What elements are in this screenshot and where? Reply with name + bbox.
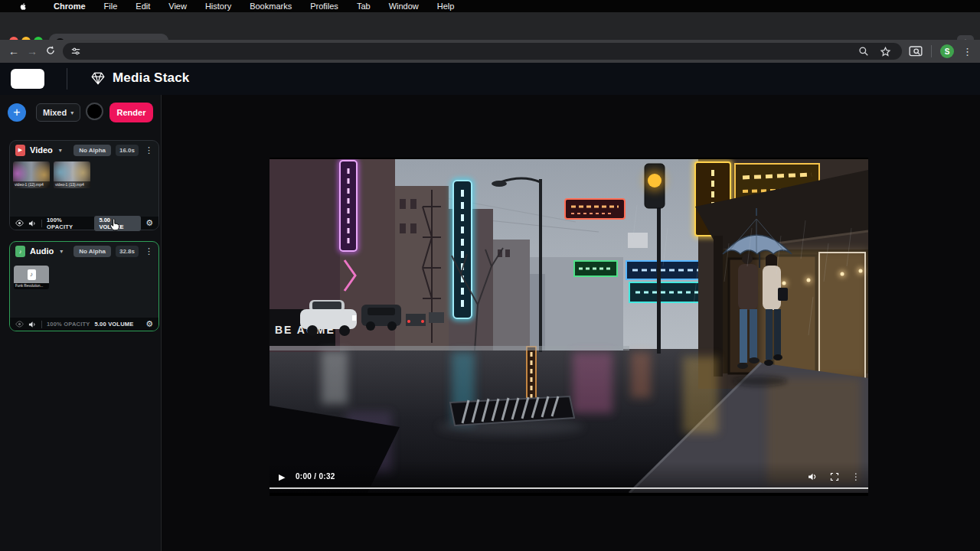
- audio-layer-panel: ♪ Audio ▾ No Alpha 32.8s ⋮ ♪ Funk Revolu…: [9, 241, 159, 331]
- video-clip-thumbnail[interactable]: video-1 (13).mp4: [54, 161, 90, 188]
- video-player[interactable]: BE AOME: [270, 158, 868, 496]
- player-progress-bar[interactable]: [270, 487, 868, 489]
- video-layer-menu-icon[interactable]: ⋮: [145, 145, 153, 155]
- video-clip-list: video-1 (12).mp4 video-1 (13).mp4: [13, 161, 90, 188]
- video-clip-thumbnail[interactable]: video-1 (12).mp4: [13, 161, 50, 188]
- menu-edit[interactable]: Edit: [126, 2, 159, 11]
- forward-icon[interactable]: →: [23, 45, 41, 57]
- add-layer-button[interactable]: +: [8, 103, 26, 122]
- render-button[interactable]: Render: [109, 103, 153, 122]
- apple-icon[interactable]: [10, 2, 37, 11]
- tune-icon[interactable]: [70, 46, 81, 57]
- audio-clip-filename: Funk Revolution...: [14, 283, 49, 289]
- player-time: 0:00 / 0:32: [296, 472, 335, 481]
- reload-icon[interactable]: [41, 45, 60, 58]
- player-menu-icon[interactable]: ⋮: [851, 471, 861, 482]
- video-clip-filename: video-1 (12).mp4: [13, 181, 50, 188]
- gem-icon: [91, 72, 105, 88]
- menu-help[interactable]: Help: [428, 2, 464, 11]
- chevron-down-icon: ▾: [70, 109, 74, 116]
- video-layer-title: Video: [30, 145, 53, 155]
- menu-history[interactable]: History: [196, 2, 240, 11]
- video-volume-value[interactable]: 5.00 VOLUME: [94, 216, 141, 231]
- visibility-eye-icon[interactable]: [15, 321, 24, 328]
- mute-speaker-icon[interactable]: [28, 321, 37, 328]
- menu-file[interactable]: File: [95, 2, 127, 11]
- audio-layer-menu-icon[interactable]: ⋮: [145, 246, 153, 256]
- audio-clip[interactable]: ♪ Funk Revolution...: [14, 266, 49, 289]
- video-clip-filename: video-1 (13).mp4: [54, 181, 90, 188]
- menu-window[interactable]: Window: [380, 2, 428, 11]
- video-frame: BE AOME: [270, 159, 868, 493]
- visibility-eye-icon[interactable]: [15, 220, 24, 227]
- search-icon[interactable]: [858, 46, 869, 57]
- audio-duration-badge: 32.8s: [116, 246, 139, 257]
- profile-avatar[interactable]: S: [940, 44, 954, 58]
- header-divider: [67, 68, 67, 90]
- layer-type-label: Mixed: [43, 108, 67, 117]
- bookmark-star-icon[interactable]: [880, 46, 891, 57]
- audio-file-icon: ♪: [15, 246, 25, 257]
- screen: Chrome File Edit View History Bookmarks …: [0, 0, 980, 551]
- macos-menubar: Chrome File Edit View History Bookmarks …: [0, 0, 980, 12]
- audio-opacity-value[interactable]: 100% OPACITY: [47, 321, 90, 328]
- menu-tab[interactable]: Tab: [348, 2, 380, 11]
- back-icon[interactable]: ←: [5, 45, 23, 57]
- video-settings-gear-icon[interactable]: ⚙: [145, 219, 153, 227]
- toolbar-divider: [931, 45, 932, 57]
- menu-bookmarks[interactable]: Bookmarks: [240, 2, 301, 11]
- chrome-toolbar: ← → S ⋮: [0, 40, 980, 63]
- video-duration-badge: 16.0s: [116, 145, 139, 156]
- audio-settings-gear-icon[interactable]: ⚙: [145, 320, 153, 328]
- address-bar[interactable]: [63, 43, 902, 60]
- layers-sidebar: + Mixed ▾ Render ▶ Video ▾ No Alpha 16.0…: [0, 95, 162, 551]
- volume-icon[interactable]: [808, 472, 818, 481]
- background-color-swatch[interactable]: [86, 103, 103, 120]
- menubar-app-name[interactable]: Chrome: [44, 2, 95, 11]
- audio-layer-title: Audio: [30, 246, 54, 256]
- layer-type-dropdown[interactable]: Mixed ▾: [36, 103, 80, 122]
- video-alpha-badge[interactable]: No Alpha: [74, 145, 111, 156]
- player-controls: ▶ 0:00 / 0:32 ⋮: [270, 471, 868, 483]
- sidebar-controls: + Mixed ▾ Render: [0, 102, 162, 123]
- video-layer-footer: 100% OPACITY 5.00 VOLUME ⚙: [10, 217, 158, 230]
- play-icon[interactable]: ▶: [279, 472, 285, 482]
- audio-alpha-badge[interactable]: No Alpha: [74, 246, 111, 257]
- menu-profiles[interactable]: Profiles: [301, 2, 348, 11]
- side-panel-icon[interactable]: [909, 46, 923, 57]
- mute-speaker-icon[interactable]: [28, 220, 37, 227]
- fullscreen-icon[interactable]: [830, 472, 839, 481]
- page-title: Media Stack: [113, 70, 189, 86]
- chevron-down-icon[interactable]: ▾: [60, 248, 63, 255]
- chrome-tabstrip: ▲ Media Stack × +: [0, 12, 980, 40]
- video-opacity-value[interactable]: 100% OPACITY: [47, 217, 90, 230]
- video-layer-header: ▶ Video ▾ No Alpha 16.0s ⋮: [10, 141, 158, 159]
- audio-clip-thumbnail: ♪: [14, 266, 49, 283]
- music-note-icon: ♪: [28, 269, 36, 280]
- menu-view[interactable]: View: [159, 2, 196, 11]
- app-logo: [11, 69, 44, 89]
- app-header: Media Stack: [0, 63, 980, 95]
- audio-layer-footer: 100% OPACITY 5.00 VOLUME ⚙: [10, 318, 158, 331]
- video-layer-panel: ▶ Video ▾ No Alpha 16.0s ⋮ video-1 (12).…: [9, 140, 159, 230]
- browser-menu-icon[interactable]: ⋮: [962, 46, 972, 57]
- audio-layer-header: ♪ Audio ▾ No Alpha 32.8s ⋮: [10, 242, 158, 260]
- chevron-down-icon[interactable]: ▾: [59, 147, 62, 154]
- video-file-icon: ▶: [15, 145, 25, 156]
- audio-volume-value[interactable]: 5.00 VOLUME: [94, 321, 133, 328]
